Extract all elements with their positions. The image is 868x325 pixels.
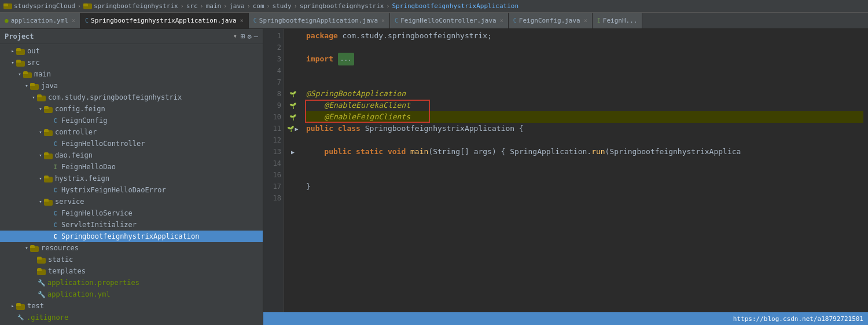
breadcrumb-com[interactable]: com xyxy=(253,2,264,10)
breadcrumb-src[interactable]: src xyxy=(186,2,198,10)
tree-item-servlet[interactable]: C ServletInitializer xyxy=(0,219,263,231)
tree-item-main[interactable]: main xyxy=(0,68,263,80)
tree-item-config-feign[interactable]: config.feign xyxy=(0,103,263,115)
folder-icon-main xyxy=(23,71,32,78)
code-line-11: public class SpringbootfeignhystrixAppli… xyxy=(306,123,863,134)
tree-item-feign-dao[interactable]: I FeignHelloDao xyxy=(0,161,263,173)
tree-item-hystrix-error[interactable]: C HystrixFeignHelloDaoError xyxy=(0,184,263,196)
folder-icon-out xyxy=(16,48,25,55)
tab-springbootfeign-app[interactable]: C SpringbootfeignApplication.java × xyxy=(249,13,390,28)
code-area[interactable]: package com.study.springbootfeignhystrix… xyxy=(301,29,868,312)
tree-label-test: test xyxy=(27,302,44,310)
tree-item-springboot-app[interactable]: C SpringbootfeignhystrixApplication xyxy=(0,231,263,242)
bean-gutter-11[interactable]: 🌱 xyxy=(287,126,294,132)
chevron-main xyxy=(16,71,23,77)
tree-item-controller[interactable]: controller xyxy=(0,126,263,138)
code-line-16 xyxy=(306,169,863,181)
tree-item-hystrix-feign[interactable]: hystrix.feign xyxy=(0,173,263,184)
tree-item-feign-service[interactable]: C FeignHelloService xyxy=(0,207,263,219)
tree-label-java: java xyxy=(41,82,58,90)
java-c-icon-feignconfig: C xyxy=(51,117,60,125)
code-line-9: @EnableEurekaClient xyxy=(306,100,863,111)
bean-gutter-8[interactable]: 🌱 xyxy=(289,91,296,97)
code-line-3: import ... xyxy=(306,53,863,65)
tree-item-service[interactable]: service xyxy=(0,196,263,207)
breadcrumb-springbootfeignhystrix[interactable]: springbootfeignhystrix xyxy=(83,2,178,10)
tree-item-com-pkg[interactable]: com.study.springbootfeignhystrix xyxy=(0,92,263,103)
tree-item-feign-config[interactable]: C FeignConfig xyxy=(0,115,263,126)
chevron-com xyxy=(30,94,37,100)
run-gutter-11[interactable]: ▶ xyxy=(295,126,298,132)
tree-label-src: src xyxy=(27,59,40,67)
tree-item-test[interactable]: test xyxy=(0,300,263,312)
java-c-icon-service: C xyxy=(51,210,60,217)
folder-icon-src xyxy=(16,59,25,67)
gear-icon[interactable]: ⚙ xyxy=(248,32,252,41)
tree-item-java[interactable]: java xyxy=(0,80,263,92)
chevron-test xyxy=(9,303,16,309)
tree-item-resources[interactable]: resources xyxy=(0,242,263,254)
project-dropdown-icon[interactable]: ▾ xyxy=(233,32,237,40)
tab-close-springboot[interactable]: × xyxy=(240,17,244,24)
status-url: https://blog.csdn.net/a18792721501 xyxy=(733,315,863,323)
tree-item-out[interactable]: out xyxy=(0,45,263,57)
breadcrumb-springbootfeignhystrix2[interactable]: springbootfeignhystrix xyxy=(300,2,384,10)
breadcrumb-main[interactable]: main xyxy=(206,2,222,10)
editor-content: 1 2 3 4 7 8 9 10 11 12 13 14 16 17 18 xyxy=(263,29,868,312)
folder-icon-templates xyxy=(37,268,46,275)
breadcrumb-java[interactable]: java xyxy=(229,2,245,10)
tree-item-src[interactable]: src xyxy=(0,57,263,68)
tab-close-config[interactable]: × xyxy=(584,17,587,24)
run-gutter-13[interactable]: ▶ xyxy=(291,149,295,155)
tree-item-feign-controller[interactable]: C FeignHelloController xyxy=(0,138,263,149)
tab-close-feign-app[interactable]: × xyxy=(381,17,385,24)
chevron-out xyxy=(9,48,16,54)
tab-springboot-app[interactable]: C SpringbootfeignhystrixApplication.java… xyxy=(80,13,249,28)
tab-close-yml[interactable]: × xyxy=(72,17,75,24)
tree-label-appyml: application.yml xyxy=(47,290,110,298)
java-i-icon-dao: I xyxy=(51,163,60,171)
tab-close-controller[interactable]: × xyxy=(500,17,503,24)
import-collapse[interactable]: ... xyxy=(338,53,354,65)
code-line-2 xyxy=(306,42,863,53)
tree-label-springbootapp: SpringbootfeignhystrixApplication xyxy=(61,232,199,240)
main-layout: Project ▾ ⊞ ⚙ – out src xyxy=(0,29,868,325)
bean-gutter-10[interactable]: 🌱 xyxy=(289,114,296,120)
yml-icon-leaf: 🔧 xyxy=(37,291,46,298)
tree-label-dao: dao.feign xyxy=(55,151,93,159)
java-c-icon-3: C xyxy=(513,17,517,24)
java-c-icon-1: C xyxy=(253,17,257,24)
tree-item-gitignore[interactable]: 🔧 .gitignore xyxy=(0,312,263,323)
project-panel: Project ▾ ⊞ ⚙ – out src xyxy=(0,29,263,325)
yml-icon: ● xyxy=(5,17,9,24)
project-title: Project xyxy=(5,32,227,41)
tree-item-app-props[interactable]: 🔧 application.properties xyxy=(0,277,263,289)
breadcrumb-study[interactable]: study xyxy=(273,2,292,10)
tree-label-resources: resources xyxy=(41,244,79,252)
tab-application-yml[interactable]: ● application.yml × xyxy=(0,13,80,28)
layout-icon[interactable]: ⊞ xyxy=(241,32,245,41)
tree-label-controller: controller xyxy=(55,128,97,136)
tree-label-static: static xyxy=(48,255,73,264)
props-icon: 🔧 xyxy=(37,279,46,287)
gitignore-icon: 🔧 xyxy=(16,314,25,322)
tab-feignh[interactable]: I FeignH... xyxy=(593,13,643,28)
minimize-icon[interactable]: – xyxy=(254,32,258,41)
tab-feign-controller[interactable]: C FeignHelloController.java × xyxy=(390,13,509,28)
tree-item-app-yml[interactable]: 🔧 application.yml xyxy=(0,289,263,300)
code-line-18 xyxy=(306,192,863,204)
tree-label-feignconfig: FeignConfig xyxy=(61,116,107,125)
bean-gutter-9[interactable]: 🌱 xyxy=(289,103,296,109)
tree-item-dao-feign[interactable]: dao.feign xyxy=(0,149,263,161)
tree-item-static[interactable]: static xyxy=(0,254,263,265)
tree-label-config: config.feign xyxy=(55,105,105,113)
tree-label-feignhellodao: FeignHelloDao xyxy=(61,163,116,171)
tree-item-templates[interactable]: templates xyxy=(0,265,263,277)
tab-feign-config[interactable]: C FeignConfig.java × xyxy=(509,13,593,28)
java-c-icon-2: C xyxy=(395,17,398,24)
tree-label-appprops: application.properties xyxy=(47,279,139,287)
project-tree: out src main java xyxy=(0,44,263,325)
breadcrumb-studyspringcloud[interactable]: studyspringCloud xyxy=(3,2,75,10)
tree-label-hystrix: hystrix.feign xyxy=(55,174,109,182)
breadcrumb-application[interactable]: SpringbootfeignhystrixApplication xyxy=(392,2,519,10)
